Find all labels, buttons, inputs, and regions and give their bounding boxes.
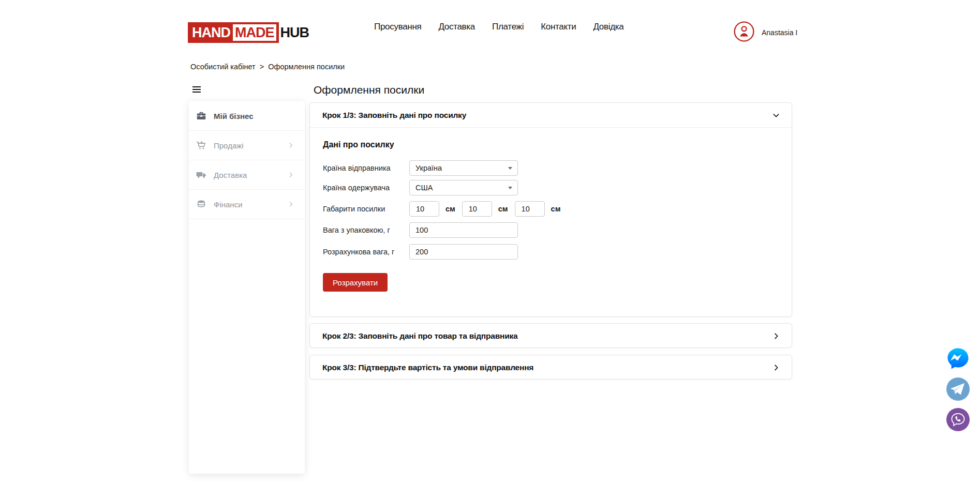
parcel-data-section-title: Дані про посилку bbox=[323, 140, 779, 149]
sender-country-value: Україна bbox=[415, 164, 442, 172]
chevron-right-icon bbox=[287, 142, 294, 149]
calculate-button[interactable]: Розрахувати bbox=[323, 273, 388, 292]
step1-card: Крок 1/3: Заповніть дані про посилку Дан… bbox=[309, 102, 792, 317]
sidebar-item-label: Мій бізнес bbox=[214, 112, 294, 120]
sender-country-row: Країна відправника Україна bbox=[323, 160, 779, 176]
calculated-weight-input[interactable] bbox=[409, 244, 518, 260]
breadcrumb-home[interactable]: Особистий кабінет bbox=[190, 63, 256, 71]
unit-cm-label: см bbox=[551, 205, 561, 213]
calculated-weight-label: Розрахункова вага, г bbox=[323, 248, 409, 256]
nav-item-payments[interactable]: Платежі bbox=[492, 22, 524, 32]
dimensions-label: Габарити посилки bbox=[323, 205, 409, 213]
sender-country-label: Країна відправника bbox=[323, 164, 409, 172]
step1-title: Крок 1/3: Заповніть дані про посилку bbox=[322, 111, 466, 120]
unit-cm-label: см bbox=[446, 205, 455, 213]
page-title: Оформлення посилки bbox=[314, 84, 424, 96]
step1-body: Дані про посилку Країна відправника Укра… bbox=[310, 128, 792, 292]
packed-weight-label: Вага з упаковкою, г bbox=[323, 226, 409, 234]
chevron-right-icon bbox=[287, 201, 294, 208]
sidebar: Мій бізнес Продажі Доставка Фінанси bbox=[189, 101, 305, 474]
nav-item-contacts[interactable]: Контакти bbox=[541, 22, 576, 32]
chevron-right-icon bbox=[287, 171, 294, 178]
viber-button[interactable] bbox=[946, 407, 970, 432]
logo-red-box: HAND MADE bbox=[188, 22, 279, 43]
logo-hand: HAND bbox=[192, 25, 230, 41]
logo-made: MADE bbox=[233, 24, 276, 41]
sidebar-item-delivery[interactable]: Доставка bbox=[189, 160, 305, 190]
breadcrumb-current[interactable]: Оформлення посилки bbox=[268, 63, 345, 71]
messenger-icon bbox=[946, 346, 970, 371]
step3-accordion-header[interactable]: Крок 3/3: Підтвердьте вартість та умови … bbox=[310, 355, 792, 380]
nav-item-promotion[interactable]: Просування bbox=[374, 22, 421, 32]
select-arrow-icon bbox=[508, 187, 512, 189]
sidebar-item-label: Доставка bbox=[214, 171, 287, 179]
chevron-down-icon bbox=[772, 111, 780, 119]
packed-weight-input[interactable] bbox=[409, 222, 518, 238]
dimension-height-input[interactable] bbox=[515, 201, 545, 217]
sidebar-item-label: Продажі bbox=[214, 141, 287, 150]
sender-country-select[interactable]: Україна bbox=[409, 160, 518, 176]
recipient-country-select[interactable]: США bbox=[409, 180, 518, 195]
sidebar-item-finances[interactable]: Фінанси bbox=[189, 190, 305, 219]
briefcase-icon bbox=[196, 110, 207, 122]
telegram-icon bbox=[946, 377, 970, 401]
recipient-country-value: США bbox=[415, 184, 433, 192]
breadcrumb: Особистий кабінет > Оформлення посилки bbox=[190, 63, 345, 71]
nav-item-help[interactable]: Довідка bbox=[593, 22, 623, 32]
chevron-right-icon bbox=[772, 332, 780, 340]
main-nav: Просування Доставка Платежі Контакти Дов… bbox=[374, 0, 624, 54]
truck-icon bbox=[196, 169, 207, 180]
recipient-country-row: Країна одержувача США bbox=[323, 180, 779, 195]
messenger-button[interactable] bbox=[946, 346, 970, 371]
calculated-weight-row: Розрахункова вага, г bbox=[323, 244, 779, 260]
user-avatar-icon bbox=[734, 21, 754, 44]
step3-title: Крок 3/3: Підтвердьте вартість та умови … bbox=[322, 363, 533, 372]
select-arrow-icon bbox=[508, 167, 512, 170]
recipient-country-label: Країна одержувача bbox=[323, 184, 409, 192]
logo-hub: HUB bbox=[280, 25, 309, 41]
step1-accordion-header[interactable]: Крок 1/3: Заповніть дані про посилку bbox=[310, 103, 792, 128]
user-name: Anastasia I bbox=[762, 28, 797, 37]
dimension-width-input[interactable] bbox=[462, 201, 492, 217]
cart-icon bbox=[196, 140, 207, 151]
coins-icon bbox=[196, 199, 207, 210]
step2-card: Крок 2/3: Заповніть дані про товар та ві… bbox=[309, 323, 792, 348]
step2-accordion-header[interactable]: Крок 2/3: Заповніть дані про товар та ві… bbox=[310, 324, 792, 348]
dimensions-row: Габарити посилки см см см bbox=[323, 201, 779, 217]
telegram-button[interactable] bbox=[946, 377, 970, 401]
step2-title: Крок 2/3: Заповніть дані про товар та ві… bbox=[322, 331, 518, 341]
sidebar-item-my-business[interactable]: Мій бізнес bbox=[189, 101, 305, 131]
nav-item-delivery[interactable]: Доставка bbox=[438, 22, 475, 32]
floating-social-buttons bbox=[946, 346, 970, 432]
packed-weight-row: Вага з упаковкою, г bbox=[323, 222, 779, 238]
user-menu[interactable]: Anastasia I bbox=[734, 21, 797, 44]
viber-icon bbox=[946, 407, 970, 432]
breadcrumb-separator: > bbox=[260, 63, 264, 71]
logo[interactable]: HAND MADE HUB bbox=[188, 22, 309, 43]
step3-card: Крок 3/3: Підтвердьте вартість та умови … bbox=[309, 355, 792, 380]
sidebar-item-label: Фінанси bbox=[214, 200, 287, 209]
unit-cm-label: см bbox=[498, 205, 508, 213]
dimension-length-input[interactable] bbox=[409, 201, 439, 217]
sidebar-item-sales[interactable]: Продажі bbox=[189, 131, 305, 160]
chevron-right-icon bbox=[772, 363, 780, 372]
sidebar-toggle-hamburger-icon[interactable] bbox=[192, 86, 201, 93]
